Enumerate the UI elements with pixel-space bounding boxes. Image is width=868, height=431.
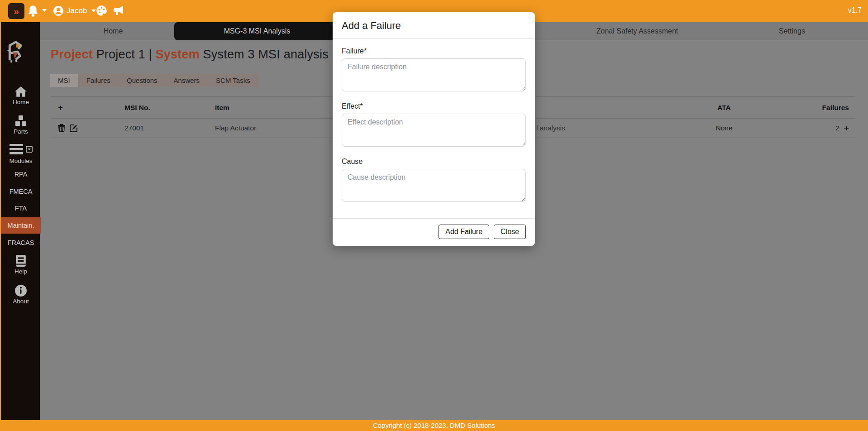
add-msi-icon[interactable]: +: [58, 103, 63, 112]
cause-field-label: Cause: [342, 158, 526, 166]
close-button[interactable]: Close: [494, 225, 526, 239]
sidebar-item-label: Parts: [1, 128, 41, 135]
sidebar-item-maintain[interactable]: Maintain.: [1, 217, 41, 234]
add-failure-button[interactable]: Add Failure: [439, 225, 489, 239]
title-separator: |: [149, 48, 152, 61]
footer: Copyright (c) 2018-2023, DMD Solutions: [0, 420, 868, 431]
sidebar-item-label: About: [1, 298, 41, 305]
trash-icon: [58, 124, 65, 132]
column-header-msi-no: MSI No.: [124, 104, 215, 112]
sidebar-item-modules[interactable]: Modules: [1, 144, 41, 164]
sidebar-item-fracas[interactable]: FRACAS: [1, 239, 41, 246]
system-label: System: [156, 48, 200, 61]
modal-body: Failure* Effect* Cause: [333, 39, 535, 218]
add-failure-modal: Add a Failure Failure* Effect* Cause Add…: [333, 12, 535, 246]
sidebar-item-label: Help: [1, 268, 41, 275]
effect-description-input[interactable]: [342, 114, 526, 147]
cell-ata: None: [649, 124, 799, 132]
sidebar-item-fta[interactable]: FTA: [1, 205, 41, 212]
tab-settings[interactable]: Settings: [760, 22, 824, 40]
subtab-questions[interactable]: Questions: [119, 74, 166, 87]
system-value: System 3 MSI analysis: [203, 48, 329, 61]
info-circle-icon: [15, 285, 27, 297]
sidebar-item-about[interactable]: About: [1, 285, 41, 305]
notifications-caret-icon[interactable]: [42, 9, 47, 12]
app-logo[interactable]: [1, 38, 41, 65]
sidebar-item-home[interactable]: Home: [1, 86, 41, 105]
subtab-scm-tasks[interactable]: SCM Tasks: [208, 74, 258, 87]
sidebar-item-label: Modules: [1, 158, 41, 164]
modules-list-icon: [10, 144, 23, 154]
theme-palette-icon[interactable]: [95, 5, 108, 17]
user-avatar-icon: [53, 5, 64, 16]
sidebar-item-rpa[interactable]: RPA: [1, 171, 41, 178]
column-header-failures: Failures: [799, 104, 855, 112]
sidebar-item-help[interactable]: Help: [1, 255, 41, 275]
sidebar: Home Parts Modules RPA FMECA FTA Maintai…: [0, 22, 40, 420]
tab-zonal-safety-assessment[interactable]: Zonal Safety Assessment: [579, 22, 695, 40]
help-book-icon: [15, 255, 26, 267]
notifications-bell-icon[interactable]: [27, 5, 39, 17]
sidebar-item-parts[interactable]: Parts: [1, 115, 41, 135]
modal-title: Add a Failure: [342, 20, 526, 32]
sub-tab-bar: MSI Failures Questions Answers SCM Tasks: [50, 74, 258, 87]
modal-header: Add a Failure: [333, 12, 535, 39]
delete-row-button[interactable]: [58, 124, 65, 132]
tab-msg3-msi-analysis[interactable]: MSG-3 MSI Analysis: [174, 22, 340, 40]
project-value: Project 1: [96, 48, 145, 61]
column-header-ata: ATA: [649, 104, 799, 112]
project-label: Project: [51, 48, 93, 61]
subtab-msi[interactable]: MSI: [50, 74, 78, 87]
failure-field-label: Failure*: [342, 47, 526, 55]
sidebar-item-label: Home: [1, 99, 41, 105]
sidebar-item-fmeca[interactable]: FMECA: [1, 188, 41, 195]
edit-row-button[interactable]: [70, 124, 78, 132]
home-icon: [15, 86, 27, 97]
tab-home[interactable]: Home: [77, 22, 149, 40]
user-name-label: Jacob: [67, 6, 87, 15]
app-version-label: v1.7: [848, 6, 862, 14]
add-failure-row-icon[interactable]: +: [844, 124, 849, 132]
subtab-answers[interactable]: Answers: [166, 74, 208, 87]
cell-failures-count: 2: [835, 124, 839, 132]
cause-description-input[interactable]: [342, 169, 526, 202]
parts-cubes-icon: [14, 115, 27, 127]
copyright-text: Copyright (c) 2018-2023, DMD Solutions: [373, 421, 495, 429]
robin-bird-logo-icon: [1, 38, 27, 65]
sidebar-toggle-button[interactable]: »: [8, 3, 24, 19]
announcements-megaphone-icon[interactable]: [112, 5, 125, 17]
user-menu[interactable]: Jacob: [53, 5, 96, 16]
modal-footer: Add Failure Close: [333, 218, 535, 246]
page-title: Project Project 1 | System System 3 MSI …: [51, 48, 329, 62]
subtab-failures[interactable]: Failures: [78, 74, 119, 87]
effect-field-label: Effect*: [342, 102, 526, 110]
pencil-edit-icon: [70, 124, 78, 132]
caret-square-down-icon[interactable]: [26, 146, 33, 153]
cell-msi-no: 27001: [124, 124, 215, 132]
failure-description-input[interactable]: [342, 58, 526, 91]
